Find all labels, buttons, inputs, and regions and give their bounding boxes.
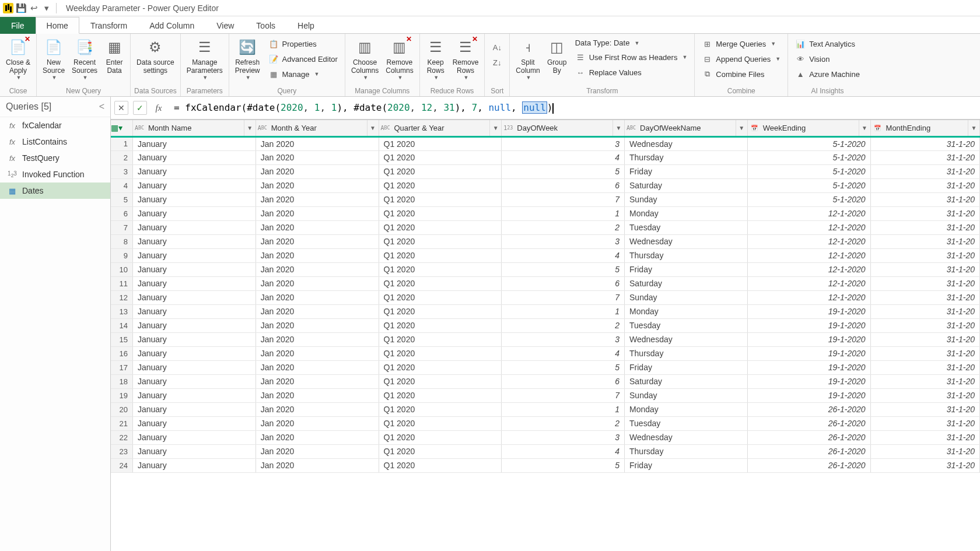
table-cell[interactable]: January xyxy=(132,444,256,458)
table-cell[interactable]: Jan 2020 xyxy=(256,318,379,332)
table-cell[interactable]: 26-1-2020 xyxy=(747,402,870,416)
table-cell[interactable]: Q1 2020 xyxy=(379,388,502,402)
qat-undo-icon[interactable]: ↩ xyxy=(28,2,40,14)
tab-transform[interactable]: Transform xyxy=(79,17,138,34)
table-cell[interactable]: January xyxy=(132,332,256,346)
table-cell[interactable]: Jan 2020 xyxy=(256,402,379,416)
table-cell[interactable]: Jan 2020 xyxy=(256,388,379,402)
table-cell[interactable]: January xyxy=(132,360,256,374)
table-cell[interactable]: Jan 2020 xyxy=(256,178,379,192)
table-cell[interactable]: Jan 2020 xyxy=(256,290,379,304)
type-icon[interactable]: ABC xyxy=(256,125,269,131)
table-cell[interactable]: 31-1-20 xyxy=(870,318,979,332)
table-row[interactable]: 17JanuaryJan 2020Q1 20205Friday19-1-2020… xyxy=(111,360,980,374)
azure-ml-button[interactable]: ▲Azure Machine xyxy=(793,68,862,80)
table-row[interactable]: 3JanuaryJan 2020Q1 20205Friday5-1-202031… xyxy=(111,164,980,178)
table-row[interactable]: 1JanuaryJan 2020Q1 20203Wednesday5-1-202… xyxy=(111,136,980,150)
table-cell[interactable]: Saturday xyxy=(625,374,748,388)
table-cell[interactable]: 1 xyxy=(502,402,625,416)
append-queries-button[interactable]: ⊟Append Queries▼ xyxy=(699,52,783,65)
table-cell[interactable]: Q1 2020 xyxy=(379,458,502,472)
replace-values-button[interactable]: ↔Replace Values xyxy=(573,66,690,79)
table-row[interactable]: 12JanuaryJan 2020Q1 20207Sunday12-1-2020… xyxy=(111,290,980,304)
table-cell[interactable]: 3 xyxy=(502,136,625,150)
table-cell[interactable]: 12-1-2020 xyxy=(747,234,870,248)
group-by-button[interactable]: ◫ Group By xyxy=(544,35,570,75)
manage-parameters-button[interactable]: ☰ Manage Parameters ▼ xyxy=(183,35,226,80)
table-cell[interactable]: Jan 2020 xyxy=(256,206,379,220)
table-cell[interactable]: Sunday xyxy=(625,388,748,402)
table-cell[interactable]: Friday xyxy=(625,458,748,472)
type-icon[interactable]: 📅 xyxy=(748,125,761,131)
tab-file[interactable]: File xyxy=(0,17,36,34)
table-cell[interactable]: 5-1-2020 xyxy=(747,178,870,192)
table-cell[interactable]: 31-1-20 xyxy=(870,402,979,416)
table-cell[interactable]: 31-1-20 xyxy=(870,136,979,150)
filter-dropdown-icon[interactable]: ▼ xyxy=(736,120,747,136)
table-row[interactable]: 13JanuaryJan 2020Q1 20201Monday19-1-2020… xyxy=(111,304,980,318)
table-cell[interactable]: Q1 2020 xyxy=(379,430,502,444)
table-cell[interactable]: Q1 2020 xyxy=(379,318,502,332)
table-cell[interactable]: 31-1-20 xyxy=(870,346,979,360)
table-cell[interactable]: 12-1-2020 xyxy=(747,206,870,220)
table-cell[interactable]: 5 xyxy=(502,164,625,178)
recent-sources-button[interactable]: 📑 Recent Sources ▼ xyxy=(68,35,101,80)
table-cell[interactable]: January xyxy=(132,220,256,234)
table-cell[interactable]: 31-1-20 xyxy=(870,304,979,318)
table-cell[interactable]: January xyxy=(132,318,256,332)
table-cell[interactable]: Sunday xyxy=(625,192,748,206)
table-cell[interactable]: Friday xyxy=(625,164,748,178)
table-cell[interactable]: Jan 2020 xyxy=(256,164,379,178)
query-item[interactable]: fxfxCalendar xyxy=(0,117,110,134)
table-cell[interactable]: Monday xyxy=(625,206,748,220)
table-cell[interactable]: Jan 2020 xyxy=(256,136,379,150)
table-cell[interactable]: Q1 2020 xyxy=(379,248,502,262)
table-cell[interactable]: 5-1-2020 xyxy=(747,150,870,164)
table-cell[interactable]: Jan 2020 xyxy=(256,346,379,360)
table-cell[interactable]: 1 xyxy=(502,304,625,318)
table-row[interactable]: 10JanuaryJan 2020Q1 20205Friday12-1-2020… xyxy=(111,262,980,276)
table-cell[interactable]: January xyxy=(132,458,256,472)
table-cell[interactable]: Jan 2020 xyxy=(256,430,379,444)
table-cell[interactable]: 12-1-2020 xyxy=(747,248,870,262)
filter-dropdown-icon[interactable]: ▼ xyxy=(489,120,501,136)
type-icon[interactable]: ABC xyxy=(133,125,146,131)
table-cell[interactable]: January xyxy=(132,276,256,290)
manage-query-button[interactable]: ▦Manage▼ xyxy=(266,68,340,80)
table-cell[interactable]: 7 xyxy=(502,192,625,206)
table-cell[interactable]: 3 xyxy=(502,332,625,346)
table-cell[interactable]: January xyxy=(132,290,256,304)
table-cell[interactable]: 6 xyxy=(502,374,625,388)
table-cell[interactable]: 3 xyxy=(502,430,625,444)
type-icon[interactable]: ABC xyxy=(625,125,638,131)
table-cell[interactable]: Q1 2020 xyxy=(379,304,502,318)
table-cell[interactable]: Q1 2020 xyxy=(379,150,502,164)
table-cell[interactable]: January xyxy=(132,206,256,220)
table-cell[interactable]: Q1 2020 xyxy=(379,164,502,178)
keep-rows-button[interactable]: ☰ Keep Rows ▼ xyxy=(422,35,449,80)
table-cell[interactable]: Jan 2020 xyxy=(256,332,379,346)
merge-queries-button[interactable]: ⊞Merge Queries▼ xyxy=(699,37,783,50)
table-cell[interactable]: Q1 2020 xyxy=(379,192,502,206)
table-cell[interactable]: Q1 2020 xyxy=(379,360,502,374)
table-cell[interactable]: 31-1-20 xyxy=(870,416,979,430)
table-cell[interactable]: January xyxy=(132,374,256,388)
table-row[interactable]: 14JanuaryJan 2020Q1 20202Tuesday19-1-202… xyxy=(111,318,980,332)
sort-desc-button[interactable]: Z↓ xyxy=(489,56,505,69)
formula-commit-button[interactable]: ✓ xyxy=(133,101,147,115)
table-cell[interactable]: Thursday xyxy=(625,444,748,458)
close-apply-button[interactable]: 📄 Close & Apply ▼ xyxy=(2,35,34,80)
type-icon[interactable]: 123 xyxy=(502,125,514,131)
tab-help[interactable]: Help xyxy=(286,17,326,34)
table-cell[interactable]: 31-1-20 xyxy=(870,220,979,234)
table-cell[interactable]: January xyxy=(132,304,256,318)
table-cell[interactable]: January xyxy=(132,416,256,430)
table-cell[interactable]: Q1 2020 xyxy=(379,220,502,234)
table-cell[interactable]: Jan 2020 xyxy=(256,458,379,472)
table-cell[interactable]: Jan 2020 xyxy=(256,304,379,318)
table-cell[interactable]: Jan 2020 xyxy=(256,276,379,290)
table-cell[interactable]: Q1 2020 xyxy=(379,290,502,304)
table-row[interactable]: 18JanuaryJan 2020Q1 20206Saturday19-1-20… xyxy=(111,374,980,388)
filter-dropdown-icon[interactable]: ▼ xyxy=(367,120,379,136)
table-cell[interactable]: Q1 2020 xyxy=(379,374,502,388)
